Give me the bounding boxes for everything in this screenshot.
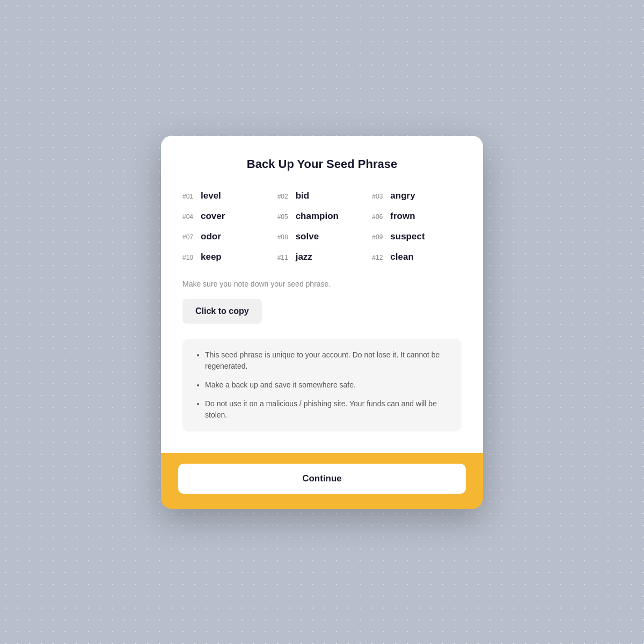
- seed-word: suspect: [390, 231, 425, 242]
- modal-footer: Continue: [161, 453, 483, 509]
- warning-item: Do not use it on a malicious / phishing …: [205, 398, 449, 421]
- seed-item: #12clean: [372, 252, 462, 262]
- seed-word: jazz: [296, 252, 312, 262]
- seed-item: #11jazz: [277, 252, 367, 262]
- seed-number: #03: [372, 193, 386, 200]
- seed-number: #11: [277, 254, 291, 261]
- seed-number: #10: [182, 254, 196, 261]
- seed-item: #10keep: [182, 252, 272, 262]
- seed-word: keep: [201, 252, 222, 262]
- seed-number: #06: [372, 213, 386, 221]
- seed-number: #09: [372, 233, 386, 241]
- seed-number: #02: [277, 193, 291, 200]
- seed-number: #04: [182, 213, 196, 221]
- copy-button[interactable]: Click to copy: [182, 299, 262, 324]
- seed-item: #01level: [182, 191, 272, 201]
- seed-word: solve: [296, 231, 319, 242]
- seed-number: #05: [277, 213, 291, 221]
- seed-word: frown: [390, 211, 415, 222]
- seed-item: #03angry: [372, 191, 462, 201]
- modal-title: Back Up Your Seed Phrase: [182, 157, 462, 171]
- seed-item: #08solve: [277, 231, 367, 242]
- warning-item: Make a back up and save it somewhere saf…: [205, 379, 449, 391]
- seed-number: #01: [182, 193, 196, 200]
- seed-word: clean: [390, 252, 413, 262]
- seed-word: odor: [201, 231, 221, 242]
- seed-number: #08: [277, 233, 291, 241]
- seed-word: angry: [390, 191, 415, 201]
- warning-box: This seed phrase is unique to your accou…: [182, 339, 462, 431]
- seed-word: bid: [296, 191, 310, 201]
- seed-word: champion: [296, 211, 339, 222]
- seed-number: #12: [372, 254, 386, 261]
- seed-word: level: [201, 191, 221, 201]
- continue-button[interactable]: Continue: [178, 464, 466, 494]
- warning-list: This seed phrase is unique to your accou…: [195, 349, 449, 421]
- seed-word: cover: [201, 211, 225, 222]
- seed-item: #02bid: [277, 191, 367, 201]
- modal-body: Back Up Your Seed Phrase #01level#02bid#…: [161, 136, 483, 453]
- seed-item: #05champion: [277, 211, 367, 222]
- modal: Back Up Your Seed Phrase #01level#02bid#…: [161, 136, 483, 509]
- seed-item: #09suspect: [372, 231, 462, 242]
- seed-item: #04cover: [182, 211, 272, 222]
- seed-item: #07odor: [182, 231, 272, 242]
- seed-item: #06frown: [372, 211, 462, 222]
- seed-grid: #01level#02bid#03angry#04cover#05champio…: [182, 191, 462, 262]
- warning-item: This seed phrase is unique to your accou…: [205, 349, 449, 372]
- seed-number: #07: [182, 233, 196, 241]
- note-text: Make sure you note down your seed phrase…: [182, 280, 462, 288]
